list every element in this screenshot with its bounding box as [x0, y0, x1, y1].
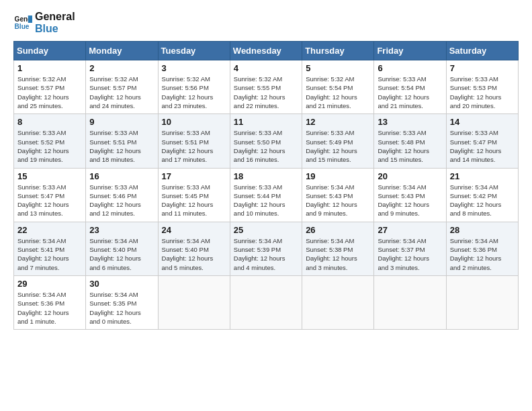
col-tuesday: Tuesday — [158, 42, 230, 60]
table-row: 30 Sunrise: 5:34 AM Sunset: 5:35 PM Dayl… — [86, 275, 158, 329]
col-wednesday: Wednesday — [230, 42, 302, 60]
table-row: 10 Sunrise: 5:33 AM Sunset: 5:51 PM Dayl… — [158, 114, 230, 168]
empty-cell — [446, 275, 518, 329]
col-monday: Monday — [86, 42, 158, 60]
table-row: 20 Sunrise: 5:34 AM Sunset: 5:43 PM Dayl… — [374, 168, 446, 222]
empty-cell — [158, 275, 230, 329]
header: General Blue General Blue — [13, 11, 519, 34]
table-row: 12 Sunrise: 5:33 AM Sunset: 5:49 PM Dayl… — [302, 114, 374, 168]
table-row: 16 Sunrise: 5:33 AM Sunset: 5:46 PM Dayl… — [86, 168, 158, 222]
table-row: 9 Sunrise: 5:33 AM Sunset: 5:51 PM Dayli… — [86, 114, 158, 168]
table-row: 27 Sunrise: 5:34 AM Sunset: 5:37 PM Dayl… — [374, 222, 446, 275]
empty-cell — [230, 275, 302, 329]
table-row: 2 Sunrise: 5:32 AM Sunset: 5:57 PM Dayli… — [86, 60, 158, 114]
table-row: 3 Sunrise: 5:32 AM Sunset: 5:56 PM Dayli… — [158, 60, 230, 114]
table-row: 28 Sunrise: 5:34 AM Sunset: 5:36 PM Dayl… — [446, 222, 518, 275]
table-row: 8 Sunrise: 5:33 AM Sunset: 5:52 PM Dayli… — [14, 114, 86, 168]
table-row: 25 Sunrise: 5:34 AM Sunset: 5:39 PM Dayl… — [230, 222, 302, 275]
table-row: 7 Sunrise: 5:33 AM Sunset: 5:53 PM Dayli… — [446, 60, 518, 114]
logo-blue: Blue — [35, 23, 75, 35]
empty-cell — [302, 275, 374, 329]
page: General Blue General Blue Sunday Monday … — [0, 0, 532, 343]
table-row: 11 Sunrise: 5:33 AM Sunset: 5:50 PM Dayl… — [230, 114, 302, 168]
week-row: 15 Sunrise: 5:33 AM Sunset: 5:47 PM Dayl… — [14, 168, 519, 222]
svg-marker-2 — [28, 15, 32, 23]
table-row: 24 Sunrise: 5:34 AM Sunset: 5:40 PM Dayl… — [158, 222, 230, 275]
col-friday: Friday — [374, 42, 446, 60]
table-row: 5 Sunrise: 5:32 AM Sunset: 5:54 PM Dayli… — [302, 60, 374, 114]
svg-text:Blue: Blue — [15, 23, 30, 30]
table-row: 18 Sunrise: 5:33 AM Sunset: 5:44 PM Dayl… — [230, 168, 302, 222]
table-row: 13 Sunrise: 5:33 AM Sunset: 5:48 PM Dayl… — [374, 114, 446, 168]
week-row: 22 Sunrise: 5:34 AM Sunset: 5:41 PM Dayl… — [14, 222, 519, 275]
table-row: 26 Sunrise: 5:34 AM Sunset: 5:38 PM Dayl… — [302, 222, 374, 275]
empty-cell — [374, 275, 446, 329]
week-row: 29 Sunrise: 5:34 AM Sunset: 5:36 PM Dayl… — [14, 275, 519, 329]
logo-icon: General Blue — [13, 13, 32, 32]
col-thursday: Thursday — [302, 42, 374, 60]
col-sunday: Sunday — [14, 42, 86, 60]
logo-general: General — [35, 11, 75, 23]
table-row: 1 Sunrise: 5:32 AM Sunset: 5:57 PM Dayli… — [14, 60, 86, 114]
table-row: 19 Sunrise: 5:34 AM Sunset: 5:43 PM Dayl… — [302, 168, 374, 222]
table-row: 15 Sunrise: 5:33 AM Sunset: 5:47 PM Dayl… — [14, 168, 86, 222]
table-row: 14 Sunrise: 5:33 AM Sunset: 5:47 PM Dayl… — [446, 114, 518, 168]
table-row: 4 Sunrise: 5:32 AM Sunset: 5:55 PM Dayli… — [230, 60, 302, 114]
table-row: 17 Sunrise: 5:33 AM Sunset: 5:45 PM Dayl… — [158, 168, 230, 222]
table-row: 22 Sunrise: 5:34 AM Sunset: 5:41 PM Dayl… — [14, 222, 86, 275]
calendar-table: Sunday Monday Tuesday Wednesday Thursday… — [13, 41, 519, 330]
table-row: 6 Sunrise: 5:33 AM Sunset: 5:54 PM Dayli… — [374, 60, 446, 114]
col-saturday: Saturday — [446, 42, 518, 60]
table-row: 29 Sunrise: 5:34 AM Sunset: 5:36 PM Dayl… — [14, 275, 86, 329]
table-row: 23 Sunrise: 5:34 AM Sunset: 5:40 PM Dayl… — [86, 222, 158, 275]
calendar-header-row: Sunday Monday Tuesday Wednesday Thursday… — [14, 42, 519, 60]
week-row: 1 Sunrise: 5:32 AM Sunset: 5:57 PM Dayli… — [14, 60, 519, 114]
week-row: 8 Sunrise: 5:33 AM Sunset: 5:52 PM Dayli… — [14, 114, 519, 168]
table-row: 21 Sunrise: 5:34 AM Sunset: 5:42 PM Dayl… — [446, 168, 518, 222]
logo: General Blue General Blue — [13, 11, 75, 34]
